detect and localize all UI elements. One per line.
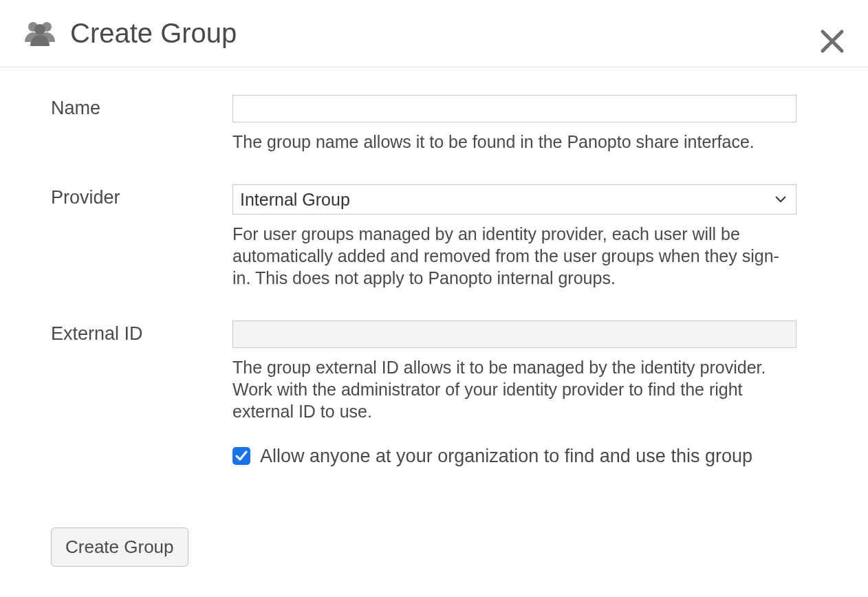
provider-help-text: For user groups managed by an identity p… bbox=[232, 223, 796, 289]
external-id-label: External ID bbox=[51, 321, 232, 345]
dialog-title: Create Group bbox=[70, 18, 237, 49]
svg-point-2 bbox=[34, 24, 45, 35]
group-icon bbox=[23, 20, 56, 47]
name-label: Name bbox=[51, 95, 232, 119]
name-row: Name The group name allows it to be foun… bbox=[51, 95, 817, 153]
allow-find-row: Allow anyone at your organization to fin… bbox=[204, 440, 817, 473]
create-group-button[interactable]: Create Group bbox=[51, 528, 188, 567]
create-group-dialog: Create Group Name The group name allows … bbox=[0, 0, 868, 587]
allow-find-label: Allow anyone at your organization to fin… bbox=[204, 446, 752, 466]
provider-row: Provider Internal Group For user groups … bbox=[51, 184, 817, 289]
allow-find-label-text: Allow anyone at your organization to fin… bbox=[260, 446, 752, 466]
external-id-input[interactable] bbox=[232, 321, 796, 348]
provider-select[interactable]: Internal Group bbox=[232, 184, 796, 215]
close-button[interactable] bbox=[817, 28, 847, 58]
close-icon bbox=[818, 28, 846, 58]
external-id-row: External ID The group external ID allows… bbox=[51, 321, 817, 422]
external-id-help-text: The group external ID allows it to be ma… bbox=[232, 356, 796, 422]
name-help-text: The group name allows it to be found in … bbox=[232, 131, 796, 153]
check-icon bbox=[235, 451, 248, 462]
allow-find-checkbox[interactable] bbox=[232, 447, 250, 465]
provider-label: Provider bbox=[51, 184, 232, 208]
dialog-header: Create Group bbox=[0, 0, 868, 67]
form-body: Name The group name allows it to be foun… bbox=[0, 67, 868, 587]
name-input[interactable] bbox=[232, 95, 796, 122]
